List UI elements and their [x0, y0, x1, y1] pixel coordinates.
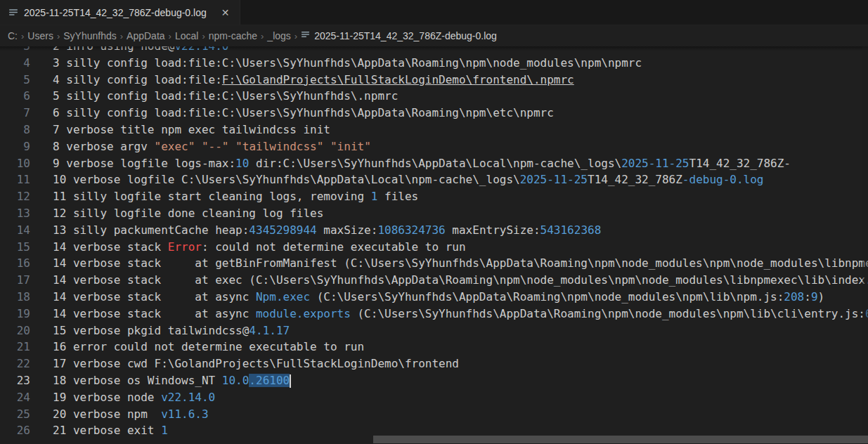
line-text: 8 verbose argv "exec" "--" "tailwindcss"…	[30, 138, 371, 155]
line-number: 15	[0, 239, 30, 256]
breadcrumb-item[interactable]: npm-cache	[209, 30, 257, 41]
line-number: 9	[0, 138, 30, 155]
line-text: 21 verbose exit 1	[30, 422, 168, 439]
line-text: 11 silly logfile start cleaning logs, re…	[30, 188, 418, 205]
editor-lines: 32 info using node@v22.14.043 silly conf…	[0, 46, 868, 439]
line-number: 11	[0, 171, 30, 188]
line-text: 4 silly config load:file:F:\GolandProjec…	[30, 72, 574, 89]
breadcrumb-item[interactable]: Local	[175, 30, 198, 41]
editor-line[interactable]: 1814 verbose stack at async Npm.exec (C:…	[0, 289, 868, 306]
line-text: 6 silly config load:file:C:\Users\SyYhun…	[30, 105, 554, 122]
editor-line[interactable]: 76 silly config load:file:C:\Users\SyYhu…	[0, 105, 868, 122]
line-number: 20	[0, 322, 30, 339]
tab-bar: 2025-11-25T14_42_32_786Z-debug-0.log ✕	[0, 0, 868, 25]
editor-line[interactable]: 1514 verbose stack Error: could not dete…	[0, 239, 868, 256]
editor-line[interactable]: 1714 verbose stack at exec (C:\Users\SyY…	[0, 272, 868, 289]
editor-line[interactable]: 2318 verbose os Windows_NT 10.0.26100	[0, 372, 868, 389]
line-number: 14	[0, 222, 30, 239]
line-text: 17 verbose cwd F:\GolandProjects\FullSta…	[30, 355, 459, 372]
breadcrumb-path: C:›Users›SyYhunfhds›AppData›Local›npm-ca…	[6, 30, 299, 41]
editor-line[interactable]: 1413 silly packumentCache heap:434529894…	[0, 222, 868, 239]
editor-line[interactable]: 1312 silly logfile done cleaning log fil…	[0, 205, 868, 222]
line-text: 20 verbose npm v11.6.3	[30, 406, 209, 423]
editor-line[interactable]: 109 verbose logfile logs-max:10 dir:C:\U…	[0, 155, 868, 172]
breadcrumb-separator: ›	[57, 31, 60, 41]
breadcrumb-item[interactable]: AppData	[127, 30, 164, 41]
editor[interactable]: 32 info using node@v22.14.043 silly conf…	[0, 46, 868, 444]
log-file-icon	[8, 8, 18, 18]
editor-line[interactable]: 1211 silly logfile start cleaning logs, …	[0, 188, 868, 205]
line-text: 14 verbose stack at exec (C:\Users\SyYhu…	[30, 272, 868, 289]
breadcrumb-item[interactable]: Users	[27, 30, 53, 41]
breadcrumb-separator: ›	[202, 31, 205, 41]
line-number: 5	[0, 72, 30, 89]
line-number: 17	[0, 272, 30, 289]
editor-line[interactable]: 1614 verbose stack at getBinFromManifest…	[0, 255, 868, 272]
line-text: 14 verbose stack at async module.exports…	[30, 306, 868, 322]
line-number: 8	[0, 122, 30, 138]
line-number: 12	[0, 188, 30, 205]
line-number: 21	[0, 339, 30, 355]
editor-line[interactable]: 2015 verbose pkgid tailwindcss@4.1.17	[0, 322, 868, 339]
breadcrumb-separator: ›	[261, 31, 264, 41]
line-number: 22	[0, 355, 30, 372]
line-number: 25	[0, 406, 30, 423]
editor-line[interactable]: 43 silly config load:file:C:\Users\SyYhu…	[0, 55, 868, 72]
editor-line[interactable]: 2217 verbose cwd F:\GolandProjects\FullS…	[0, 355, 868, 372]
tab-log-file[interactable]: 2025-11-25T14_42_32_786Z-debug-0.log ✕	[0, 0, 240, 25]
line-text: 2 info using node@v22.14.0	[30, 46, 228, 55]
vscode-window: { "colors": { "bg": "#1f1f1f", "tabbar-b…	[0, 0, 868, 444]
tab-title: 2025-11-25T14_42_32_786Z-debug-0.log	[24, 7, 207, 18]
editor-line[interactable]: 54 silly config load:file:F:\GolandProje…	[0, 72, 868, 89]
line-number: 3	[0, 46, 30, 55]
editor-line[interactable]: 87 verbose title npm exec tailwindcss in…	[0, 122, 868, 138]
breadcrumb-item[interactable]: C:	[8, 30, 18, 41]
line-text: 15 verbose pkgid tailwindcss@4.1.17	[30, 322, 290, 339]
line-text: 16 error could not determine executable …	[30, 339, 364, 355]
editor-line[interactable]: 32 info using node@v22.14.0	[0, 46, 868, 55]
line-text: 19 verbose node v22.14.0	[30, 389, 215, 406]
line-number: 4	[0, 55, 30, 72]
tab-close-icon[interactable]: ✕	[219, 6, 232, 19]
line-text: 10 verbose logfile C:\Users\SyYhunfhds\A…	[30, 171, 763, 188]
editor-line[interactable]: 65 silly config load:file:C:\Users\SyYhu…	[0, 88, 868, 105]
breadcrumb-item[interactable]: SyYhunfhds	[63, 30, 117, 41]
line-text: 9 verbose logfile logs-max:10 dir:C:\Use…	[30, 155, 791, 172]
line-number: 16	[0, 255, 30, 272]
line-text: 12 silly logfile done cleaning log files	[30, 205, 323, 222]
line-text: 3 silly config load:file:C:\Users\SyYhun…	[30, 55, 642, 72]
line-number: 7	[0, 105, 30, 122]
line-text: 14 verbose stack at getBinFromManifest (…	[30, 255, 868, 272]
vertical-scrollbar[interactable]	[862, 46, 868, 444]
editor-line[interactable]: 2116 error could not determine executabl…	[0, 339, 868, 355]
text-cursor	[290, 374, 291, 388]
breadcrumb-separator: ›	[21, 31, 24, 41]
line-text: 18 verbose os Windows_NT 10.0.26100	[30, 372, 291, 389]
breadcrumb-file-name: 2025-11-25T14_42_32_786Z-debug-0.log	[314, 30, 497, 41]
line-number: 18	[0, 289, 30, 306]
line-text: 13 silly packumentCache heap:4345298944 …	[30, 222, 601, 239]
line-number: 24	[0, 389, 30, 406]
line-number: 26	[0, 422, 30, 439]
editor-line[interactable]: 2419 verbose node v22.14.0	[0, 389, 868, 406]
editor-line[interactable]: 1914 verbose stack at async module.expor…	[0, 306, 868, 322]
line-text: 5 silly config load:file:C:\Users\SyYhun…	[30, 88, 398, 105]
line-number: 10	[0, 155, 30, 172]
breadcrumb: C:›Users›SyYhunfhds›AppData›Local›npm-ca…	[0, 25, 868, 46]
breadcrumb-separator: ›	[120, 31, 123, 41]
line-text: 14 verbose stack at async Npm.exec (C:\U…	[30, 289, 824, 306]
line-number: 19	[0, 306, 30, 322]
horizontal-scrollbar[interactable]	[373, 436, 868, 443]
breadcrumb-file[interactable]: 2025-11-25T14_42_32_786Z-debug-0.log	[301, 30, 497, 41]
editor-line[interactable]: 98 verbose argv "exec" "--" "tailwindcss…	[0, 138, 868, 155]
line-number: 6	[0, 88, 30, 105]
line-text: 7 verbose title npm exec tailwindcss ini…	[30, 122, 330, 138]
breadcrumb-separator: ›	[294, 31, 297, 41]
breadcrumb-item[interactable]: _logs	[267, 30, 290, 41]
line-number: 23	[0, 372, 30, 389]
editor-line[interactable]: 1110 verbose logfile C:\Users\SyYhunfhds…	[0, 171, 868, 188]
line-number: 13	[0, 205, 30, 222]
line-text: 14 verbose stack Error: could not determ…	[30, 239, 466, 256]
breadcrumb-separator: ›	[169, 31, 171, 41]
editor-line[interactable]: 2520 verbose npm v11.6.3	[0, 406, 868, 423]
